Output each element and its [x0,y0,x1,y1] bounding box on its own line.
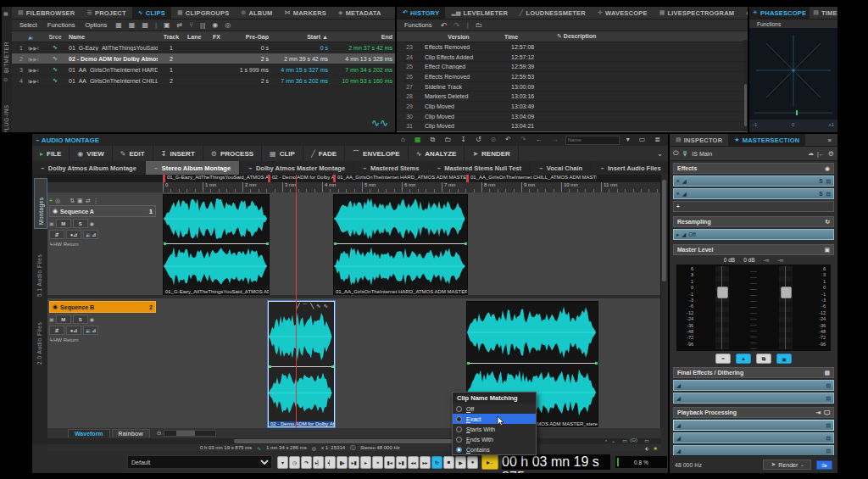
phasescope-menu-functions[interactable]: Functions [753,20,785,28]
resampling-slot[interactable]: ▸◢Off [673,229,834,240]
montage-grid-icon[interactable]: ▦ [412,136,424,144]
eye-icon[interactable]: ◉ [825,165,830,172]
next-marker-button[interactable]: ▸▮ [348,456,359,469]
col-end[interactable]: End [331,34,395,40]
history-row[interactable]: 30Clip Moved13:04:09 [397,112,748,122]
layout-grid-1-icon[interactable]: ▦ [113,21,125,30]
panel-menu-icon[interactable]: ≡ [821,134,837,146]
doc-tab-dolby-atmos-album[interactable]: ⌁Dolby Atmos Album Montage [32,161,146,175]
play-from-button[interactable]: ▸▏ [313,456,324,469]
playback-slot-2[interactable]: ◢⊡ [673,432,834,443]
menu-insert[interactable]: ↧INSERT [153,146,203,161]
col-description[interactable]: ✎ Description [554,33,748,40]
collapse-ribbon-icon[interactable]: ⌄ [657,146,668,161]
go-to-start-button[interactable]: ▮◂ [384,456,395,469]
bypass-slot-icon[interactable]: ⊡ [826,178,831,185]
clip-name-marker-4[interactable]: 01_AA_GirlsOnTheInternet CHILL_ATMOS ADM… [466,175,597,182]
play-button[interactable]: ▶ [455,456,466,469]
menu-fade[interactable]: ╱FADE [303,146,345,161]
undo-icon[interactable]: ↶ [438,21,450,30]
col-version[interactable]: Version [415,34,502,40]
zoom-status[interactable]: x 1: 25314 [321,445,345,450]
history-row[interactable]: 25Effect Changed12:59:39 [397,62,748,72]
final-slot-2[interactable]: ◢⊡ [673,393,834,404]
rail-tab-plugins[interactable]: PLUG-INS [3,85,9,132]
history-row[interactable]: 24Clip Effects Added12:57:12 [397,53,748,63]
menu-render[interactable]: ➤RENDER [465,146,518,161]
loop-button[interactable]: ↻ [431,456,442,469]
level-icon[interactable]: ⇵ [49,326,64,335]
record-monitor-icon[interactable]: ●⊿ [66,326,81,335]
add-track-icon[interactable]: + [49,198,53,203]
history-row[interactable]: 27Sideline Track13:00:09 [397,82,748,92]
tab-spectrometer[interactable]: ⌃SPECTROMETER [387,7,395,19]
revert-icon[interactable]: ↺ [473,136,484,144]
col-time[interactable]: Time [502,34,554,40]
expand-icon[interactable]: ▣ [824,247,830,253]
menu-item-exact[interactable]: Exact [453,414,536,424]
playback-cursor-options-button[interactable]: ▸⌄ [481,454,498,470]
fade-tools-icons[interactable]: ╱⌒╲∿∿ [297,303,331,310]
gear-icon[interactable]: ⚙ [828,150,834,158]
routing-icon[interactable]: ▣ [77,198,83,204]
clip-demo-adm[interactable]: ╱⌒╲∿∿ 02 - Demo ADM for Dolby Atmos [268,301,335,427]
volume-envelope[interactable] [164,243,269,244]
sidebar-tab-20-audio-files[interactable]: 2.0 Audio Files [36,304,42,365]
clip-row-2[interactable]: 2 I▶▶I ∿ 02 - Demo ADM for Dolby Atmos M… [12,53,395,64]
menu-process[interactable]: ⚙PROCESS [203,146,262,161]
col-start[interactable]: Start ▲ [271,34,331,40]
history-row[interactable]: 31Clip Moved13:04:21 [397,122,748,132]
tab-phasescope[interactable]: ✳PHASESCOPE [749,7,810,19]
volume-envelope[interactable] [269,366,334,367]
tab-markers[interactable]: ⋈MARKERS [279,7,333,19]
final-slot-1[interactable]: ◢⊡ [673,380,834,391]
clip-name-marker-1[interactable]: 01_G-Eazy_AllTheThingsYouSaid_ATMOS ADM … [163,175,268,182]
redo-icon[interactable]: ↷ [518,136,529,144]
route-icon[interactable]: ⇥ [815,409,821,416]
render-button[interactable]: ➤Render⌄ [763,460,811,470]
tab-inspector[interactable]: ▤INSPECTOR [670,134,728,146]
track-name-bar[interactable]: ◉ Sequence A 1 [49,205,156,217]
columns-icon[interactable]: ||| [198,21,208,30]
speaker-icon[interactable]: 🔉⊿ [83,230,98,239]
bypass-slot-icon[interactable]: ⊡ [826,435,831,442]
save-icon[interactable]: ↧ [458,136,469,144]
playback-slot-1[interactable]: ◢⊡ [673,420,834,431]
effect-slot-1[interactable]: ≡◢S⊡ [673,175,834,187]
menu-view[interactable]: ◉VIEW [70,146,112,161]
tab-album[interactable]: ⊙ALBUM [235,7,278,19]
sync-icon[interactable]: ⊘ [488,136,499,144]
power-icon[interactable]: ⏻ [673,149,678,158]
solo-button[interactable]: S [73,219,88,228]
tab-clipgroups[interactable]: ▦CLIPGROUPS [171,7,235,19]
solo-icon[interactable]: S [819,178,822,185]
tab-livespectrogram[interactable]: ▦LIVESPECTROGRAM [654,7,741,19]
sidebar-tab-51-audio-files[interactable]: 5.1 Audio Files [36,236,42,297]
eye-icon[interactable]: ◉ [90,220,94,226]
peak-reset-button[interactable]: ▲ [736,354,751,364]
undo-icon[interactable]: ↶ [503,136,514,144]
tab-levelmeter[interactable]: ▂▅LEVELMETER [445,7,514,19]
stop-button[interactable]: ■ [443,456,454,469]
filter-dropdown-icon[interactable]: ▾ [624,136,632,144]
level-icon[interactable]: ⇵ [49,230,64,239]
go-to-end-button[interactable]: ▸▮ [396,456,407,469]
clips-menu-functions[interactable]: Functions [43,20,80,30]
menu-item-contains[interactable]: Contains [453,444,536,454]
zoom-out-icon[interactable]: ⊖ [157,430,162,437]
forward-arrow-icon[interactable]: → [549,136,561,144]
bypass-icon[interactable]: ☁ [808,150,814,157]
jog-button[interactable]: » [372,456,383,469]
prev-marker-button[interactable]: ▮▸ [337,456,348,469]
monitor-b-icon[interactable]: ▭ [644,437,649,443]
record-button[interactable]: ● [467,456,478,469]
back-arrow-icon[interactable]: ← [533,136,545,144]
col-srce[interactable]: Srce [44,34,66,40]
home-icon[interactable]: ⌂ [398,136,408,144]
sidebar-tab-montages[interactable]: Montages [38,182,44,225]
tab-metadata[interactable]: ◈METADATA [332,7,387,19]
visibility-icon[interactable]: ◉ [209,21,220,30]
favorite-icon[interactable]: ★ [654,445,658,451]
resample-icon[interactable]: ↻ [825,219,830,226]
clip-name-marker-3[interactable]: 01_AA_GirlsOnTheInternet HARD_ATMOS ADM … [333,175,466,182]
